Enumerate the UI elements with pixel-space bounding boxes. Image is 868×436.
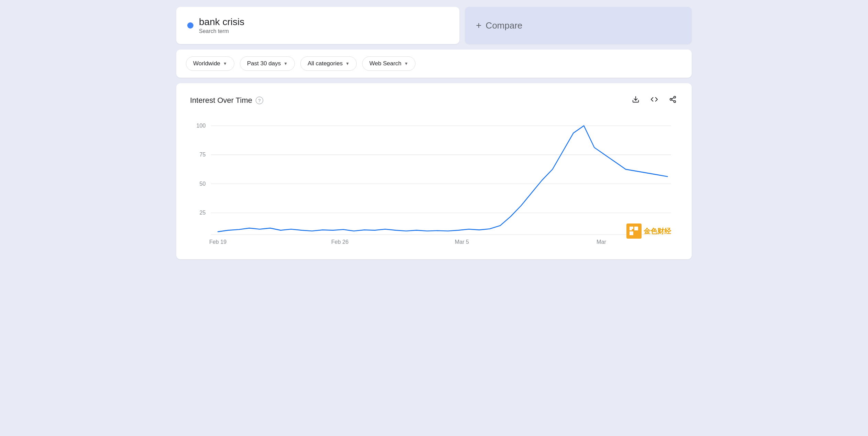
svg-text:75: 75	[200, 151, 206, 158]
watermark-logo-icon	[629, 226, 639, 236]
svg-line-5	[672, 98, 674, 99]
filter-type[interactable]: Web Search ▼	[362, 56, 415, 71]
search-term-name: bank crisis	[199, 17, 244, 28]
search-term-text: bank crisis Search term	[199, 17, 244, 34]
search-term-card: bank crisis Search term	[176, 7, 459, 44]
page-wrapper: bank crisis Search term + Compare Worldw…	[176, 7, 692, 259]
svg-text:25: 25	[200, 209, 206, 216]
svg-rect-21	[630, 231, 633, 235]
svg-text:Mar 5: Mar 5	[455, 238, 469, 245]
svg-rect-20	[634, 227, 638, 230]
svg-text:Mar: Mar	[597, 238, 606, 245]
svg-rect-22	[632, 229, 634, 231]
chart-actions	[631, 94, 678, 107]
help-icon[interactable]: ?	[256, 97, 263, 104]
download-icon	[632, 96, 639, 103]
chart-card: Interest Over Time ?	[176, 83, 692, 259]
filter-category[interactable]: All categories ▼	[300, 56, 357, 71]
svg-text:Feb 26: Feb 26	[331, 238, 348, 245]
filter-region-label: Worldwide	[193, 60, 220, 67]
share-icon	[669, 96, 677, 103]
chart-title: Interest Over Time	[190, 96, 252, 105]
filter-time[interactable]: Past 30 days ▼	[240, 56, 295, 71]
chart-header: Interest Over Time ?	[190, 94, 678, 107]
svg-text:Feb 19: Feb 19	[209, 238, 226, 245]
chevron-down-icon: ▼	[223, 61, 227, 66]
watermark: 金色财经	[626, 224, 671, 239]
filter-category-label: All categories	[308, 60, 343, 67]
interest-chart: 100 75 50 25 Feb 19 Feb 26 Mar 5 Mar	[190, 115, 678, 246]
watermark-logo	[626, 224, 642, 239]
chart-line	[218, 126, 667, 232]
watermark-text: 金色财经	[644, 227, 671, 236]
search-term-label: Search term	[199, 28, 244, 34]
share-button[interactable]	[668, 94, 678, 107]
chart-title-row: Interest Over Time ?	[190, 96, 263, 105]
chart-container: 100 75 50 25 Feb 19 Feb 26 Mar 5 Mar	[190, 115, 678, 246]
filter-region[interactable]: Worldwide ▼	[186, 56, 234, 71]
chevron-down-icon: ▼	[404, 61, 408, 66]
svg-line-4	[672, 100, 674, 101]
top-row: bank crisis Search term + Compare	[176, 7, 692, 44]
search-term-dot	[187, 22, 193, 29]
embed-icon	[650, 96, 658, 103]
embed-button[interactable]	[649, 94, 659, 107]
svg-text:100: 100	[197, 122, 206, 129]
compare-label: Compare	[486, 20, 522, 31]
svg-text:50: 50	[200, 181, 206, 187]
compare-card[interactable]: + Compare	[465, 7, 692, 44]
filter-time-label: Past 30 days	[247, 60, 281, 67]
filters-card: Worldwide ▼ Past 30 days ▼ All categorie…	[176, 50, 692, 78]
chevron-down-icon: ▼	[283, 61, 288, 66]
help-text: ?	[258, 98, 260, 103]
compare-plus-icon: +	[476, 21, 481, 30]
chevron-down-icon: ▼	[345, 61, 349, 66]
download-button[interactable]	[631, 94, 641, 107]
filter-type-label: Web Search	[369, 60, 401, 67]
